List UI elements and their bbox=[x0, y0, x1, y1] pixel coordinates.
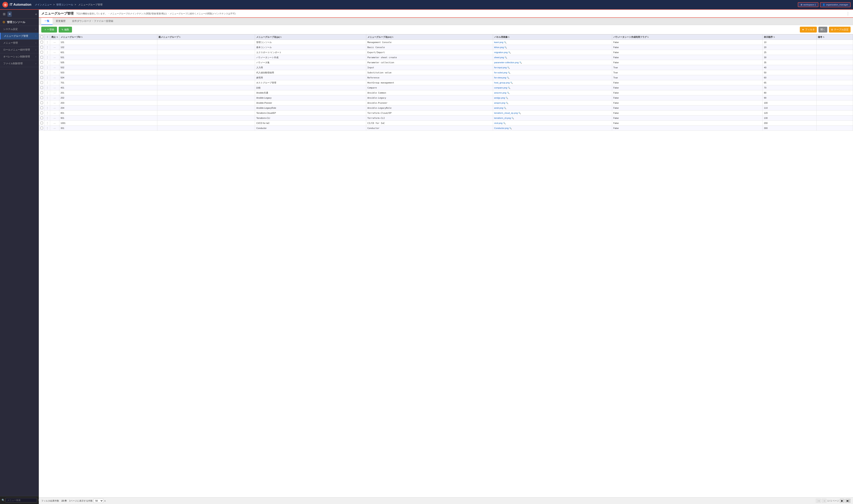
row-checkbox[interactable] bbox=[40, 51, 43, 54]
row-checkbox[interactable] bbox=[40, 111, 43, 114]
table-setting-button[interactable]: ⚙ テーブル設定 bbox=[829, 27, 851, 33]
row-menu-cell[interactable]: ⋮ bbox=[45, 40, 50, 45]
image-link[interactable]: for-input.png bbox=[494, 66, 507, 69]
th-flag[interactable]: パラメータシート作成利用フラグ bbox=[612, 35, 763, 40]
breadcrumb-main[interactable]: メインメニュー bbox=[35, 3, 52, 6]
row-image-cell[interactable]: anslr.png 🔍 bbox=[493, 106, 612, 110]
image-link[interactable]: parameter-collection.png bbox=[494, 61, 519, 64]
row-checkbox[interactable] bbox=[40, 107, 43, 109]
th-id[interactable]: メニューグループID bbox=[59, 35, 157, 40]
row-menu-cell[interactable]: ⋮ bbox=[45, 70, 50, 75]
image-link[interactable]: migration.png bbox=[494, 51, 508, 54]
row-menu-cell[interactable]: ⋮ bbox=[45, 126, 50, 131]
row-image-cell[interactable]: for-view.png 🔍 bbox=[493, 75, 612, 80]
image-link[interactable]: for-subst.png bbox=[494, 71, 507, 74]
row-menu-cell[interactable]: ⋮ bbox=[45, 65, 50, 70]
row-image-cell[interactable]: for-input.png 🔍 bbox=[493, 65, 612, 70]
image-link[interactable]: terraform_cli.png bbox=[494, 117, 511, 119]
th-note[interactable]: 備考 bbox=[817, 35, 853, 40]
row-menu-cell[interactable]: ⋮ bbox=[45, 101, 50, 106]
row-dots-icon[interactable]: ⋮ bbox=[46, 91, 49, 94]
edit-button[interactable]: ✎ 編集 bbox=[59, 27, 72, 33]
row-menu-cell[interactable]: ⋮ bbox=[45, 75, 50, 80]
row-image-cell[interactable]: migration.png 🔍 bbox=[493, 50, 612, 55]
image-link[interactable]: anslgc.png bbox=[494, 96, 505, 99]
breadcrumb-console[interactable]: 管理コンソール bbox=[56, 3, 73, 6]
per-page-dropdown[interactable]: 50 100 200 bbox=[93, 499, 103, 503]
image-link[interactable]: cicd.png bbox=[494, 122, 503, 124]
sidebar-item-menu[interactable]: メニュー管理 › bbox=[0, 40, 39, 47]
row-image-cell[interactable]: terraform_cloud_ep.png 🔍 bbox=[493, 110, 612, 115]
sidebar-list-button[interactable]: ≡ bbox=[7, 12, 12, 17]
row-dots-icon[interactable]: ⋮ bbox=[46, 41, 49, 44]
row-dots-icon[interactable]: ⋮ bbox=[46, 96, 49, 100]
row-menu-cell[interactable]: ⋮ bbox=[45, 95, 50, 101]
image-link[interactable]: kihon.png bbox=[494, 46, 504, 49]
row-menu-cell[interactable]: ⋮ bbox=[45, 90, 50, 95]
row-dots-icon[interactable]: ⋮ bbox=[46, 71, 49, 74]
row-menu-cell[interactable]: ⋮ bbox=[45, 45, 50, 50]
row-dots-icon[interactable]: ⋮ bbox=[46, 76, 49, 79]
row-dots-icon[interactable]: ⋮ bbox=[46, 56, 49, 59]
th-order[interactable]: 表示順序 bbox=[763, 35, 817, 40]
image-link[interactable]: for-view.png bbox=[494, 76, 506, 79]
page-menu-button[interactable]: ⋮ bbox=[845, 11, 851, 16]
sidebar-item-system[interactable]: システム設定 › bbox=[0, 26, 39, 33]
row-image-cell[interactable]: sheet.png 🔍 bbox=[493, 55, 612, 60]
select-all-checkbox[interactable] bbox=[40, 36, 43, 38]
row-checkbox[interactable] bbox=[40, 41, 43, 43]
row-dots-icon[interactable]: ⋮ bbox=[46, 66, 49, 69]
row-checkbox[interactable] bbox=[40, 127, 43, 129]
row-checkbox[interactable] bbox=[40, 81, 43, 84]
th-disabled[interactable]: 廃止 bbox=[50, 35, 59, 40]
next-page-button[interactable]: ▶ bbox=[840, 499, 845, 503]
row-dots-icon[interactable]: ⋮ bbox=[46, 126, 49, 130]
image-link[interactable]: sheet.png bbox=[494, 56, 504, 59]
sidebar-item-operation[interactable]: オペレーション削除管理 › bbox=[0, 53, 39, 60]
row-dots-icon[interactable]: ⋮ bbox=[46, 116, 49, 120]
row-checkbox[interactable] bbox=[40, 102, 43, 104]
row-menu-cell[interactable]: ⋮ bbox=[45, 115, 50, 121]
sidebar-item-menugroup[interactable]: メニューグループ管理 › bbox=[0, 33, 39, 40]
row-image-cell[interactable]: anslgc.png 🔍 bbox=[493, 95, 612, 101]
row-image-cell[interactable]: cicd.png 🔍 bbox=[493, 121, 612, 126]
row-menu-cell[interactable]: ⋮ bbox=[45, 110, 50, 115]
row-image-cell[interactable]: anscmn.png 🔍 bbox=[493, 90, 612, 95]
row-menu-cell[interactable]: ⋮ bbox=[45, 50, 50, 55]
th-parent[interactable]: 親メニューグループ bbox=[157, 35, 255, 40]
search-input[interactable] bbox=[5, 498, 37, 502]
image-link[interactable]: compare.png bbox=[494, 87, 507, 89]
row-image-cell[interactable]: Conductor.png 🔍 bbox=[493, 126, 612, 131]
workspace-button[interactable]: 🖥 workspace-1 bbox=[798, 2, 818, 7]
row-image-cell[interactable]: for-subst.png 🔍 bbox=[493, 70, 612, 75]
prev-page-button[interactable]: ◀ bbox=[822, 499, 826, 503]
th-name-ja[interactable]: メニューグループ名(ja) bbox=[255, 35, 366, 40]
image-link[interactable]: kanri.png bbox=[494, 41, 503, 43]
first-page-button[interactable]: |◀ bbox=[816, 499, 821, 503]
open-button[interactable]: 開く bbox=[818, 27, 827, 33]
table-container[interactable]: ⋮ 廃止 メニューグループID 親メニューグループ メニューグループ名(ja) … bbox=[39, 34, 853, 497]
row-image-cell[interactable]: compare.png 🔍 bbox=[493, 85, 612, 90]
filter-button[interactable]: ▼ フィルタ bbox=[800, 27, 817, 33]
image-link[interactable]: terraform_cloud_ep.png bbox=[494, 112, 518, 114]
row-checkbox[interactable] bbox=[40, 86, 43, 89]
row-dots-icon[interactable]: ⋮ bbox=[46, 111, 49, 114]
image-link[interactable]: host_group.png bbox=[494, 82, 510, 84]
row-checkbox[interactable] bbox=[40, 46, 43, 49]
row-image-cell[interactable]: terraform_cli.png 🔍 bbox=[493, 115, 612, 121]
row-dots-icon[interactable]: ⋮ bbox=[46, 122, 49, 125]
th-image[interactable]: パネル用画像 bbox=[493, 35, 612, 40]
sidebar-item-file[interactable]: ファイル削除管理 › bbox=[0, 60, 39, 67]
row-checkbox[interactable] bbox=[40, 91, 43, 94]
image-link[interactable]: Conductor.png bbox=[494, 127, 509, 129]
row-checkbox[interactable] bbox=[40, 76, 43, 79]
row-menu-cell[interactable]: ⋮ bbox=[45, 55, 50, 60]
row-menu-cell[interactable]: ⋮ bbox=[45, 80, 50, 85]
sidebar-collapse-button[interactable]: « bbox=[35, 12, 37, 16]
last-page-button[interactable]: ▶| bbox=[845, 499, 851, 503]
image-link[interactable]: anscmn.png bbox=[494, 92, 506, 94]
row-dots-icon[interactable]: ⋮ bbox=[46, 106, 49, 110]
image-link[interactable]: anslr.png bbox=[494, 107, 503, 109]
image-link[interactable]: anspnr.png bbox=[494, 102, 505, 104]
row-menu-cell[interactable]: ⋮ bbox=[45, 60, 50, 65]
